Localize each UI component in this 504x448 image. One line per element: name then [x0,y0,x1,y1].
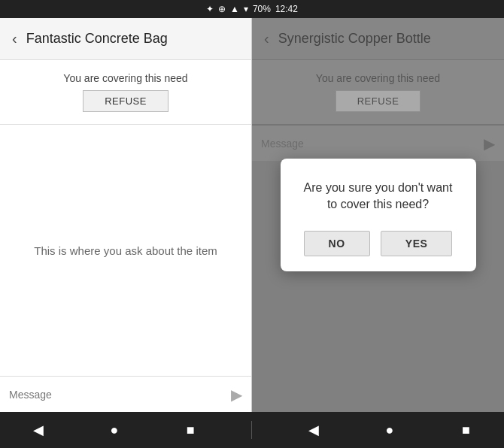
left-send-button[interactable]: ▶ [231,386,242,404]
signal-icon: ▲ [230,4,239,14]
panel-right: ‹ Synergistic Copper Bottle You are cove… [252,18,504,412]
dialog-no-button[interactable]: NO [304,231,370,256]
battery-level: 70% [253,4,271,14]
left-header-title: Fantastic Concrete Bag [26,31,168,47]
left-back-button[interactable]: ‹ [12,30,17,47]
right-overlay: Are you sure you don't want to cover thi… [252,18,504,412]
panel-left: ‹ Fantastic Concrete Bag You are coverin… [0,18,252,412]
left-refuse-button[interactable]: REFUSE [83,90,169,112]
left-message-bar: ▶ [0,376,251,412]
time-display: 12:42 [275,4,298,14]
nfc-icon: ⊕ [218,4,226,14]
left-header: ‹ Fantastic Concrete Bag [0,18,251,60]
left-nav-recents-button[interactable]: ■ [175,422,205,438]
bluetooth-icon: ✦ [206,4,214,14]
left-content-text: This is where you ask about the item [34,244,217,257]
status-bar: ✦ ⊕ ▲ ▾ 70% 12:42 [0,0,504,18]
main-area: ‹ Fantastic Concrete Bag You are coverin… [0,18,504,412]
dialog-yes-button[interactable]: YES [381,231,453,256]
confirm-dialog: Are you sure you don't want to cover thi… [281,159,476,272]
left-content-area: This is where you ask about the item [0,125,251,376]
left-message-input[interactable] [9,389,231,401]
right-nav-recents-button[interactable]: ■ [451,422,481,438]
status-bar-content: ✦ ⊕ ▲ ▾ 70% 12:42 [206,4,298,14]
left-nav-home-button[interactable]: ● [99,422,129,438]
nav-bar: ◀ ● ■ ◀ ● ■ [0,412,504,448]
right-nav-back-button[interactable]: ◀ [299,422,329,438]
right-nav-home-button[interactable]: ● [375,422,405,438]
dialog-message: Are you sure you don't want to cover thi… [299,180,458,213]
left-nav-back-button[interactable]: ◀ [23,422,53,438]
wifi-icon: ▾ [244,4,248,14]
left-covering-text: You are covering this need [12,72,239,84]
dialog-buttons: NO YES [299,231,458,256]
left-covering-section: You are covering this need REFUSE [0,60,251,125]
